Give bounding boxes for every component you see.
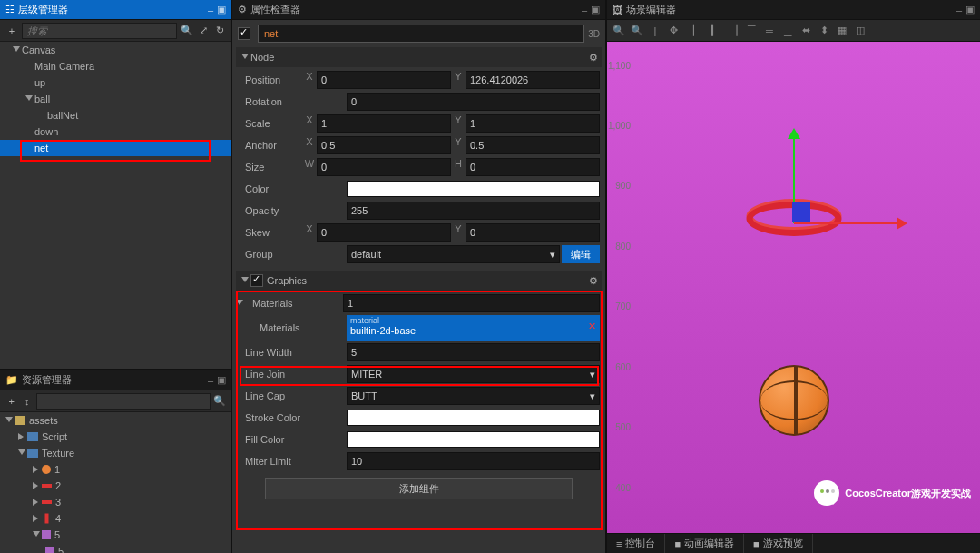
add-component-button[interactable]: 添加组件 [265, 478, 573, 499]
assets-search[interactable] [36, 393, 210, 410]
node-name-input[interactable] [258, 25, 584, 43]
scale-y[interactable] [466, 114, 600, 133]
size-h[interactable] [466, 158, 600, 176]
color-swatch[interactable] [347, 181, 600, 197]
remove-icon[interactable]: ✕ [588, 321, 596, 332]
hierarchy-header: ☷ 层级管理器 – ▣ [0, 0, 231, 20]
popout-icon[interactable]: ▣ [591, 4, 600, 15]
minimize-icon[interactable]: – [956, 5, 962, 15]
popout-icon[interactable]: ▣ [217, 374, 226, 386]
gizmo-origin[interactable] [792, 202, 810, 222]
expand-icon[interactable]: ⤢ [195, 23, 211, 39]
move-tool-icon[interactable]: ✥ [665, 23, 681, 39]
zoom-in-icon[interactable]: 🔍 [611, 23, 627, 39]
fill-color-swatch[interactable] [347, 431, 600, 448]
asset-item[interactable]: 4 [0, 510, 231, 527]
asset-folder-texture[interactable]: Texture [0, 445, 231, 461]
materials-count[interactable] [343, 294, 600, 312]
distribute-v-icon[interactable]: ⬍ [816, 23, 832, 39]
line-width-input[interactable] [347, 343, 600, 361]
align-left-icon[interactable]: ▏ [689, 23, 705, 39]
anchor-x[interactable] [317, 136, 451, 154]
gear-icon: ⚙ [238, 4, 247, 15]
graphics-section-header[interactable]: Graphics ⚙ [236, 271, 602, 291]
asset-item[interactable]: 3 [0, 494, 231, 510]
bottom-tabs: ≡控制台 ■动画编辑器 ■游戏预览 [607, 533, 980, 553]
scale-x[interactable] [317, 114, 451, 133]
opacity-input[interactable] [347, 202, 600, 220]
align-right-icon[interactable]: ▕ [725, 23, 741, 39]
asset-item[interactable]: 2 [0, 478, 231, 494]
sort-icon[interactable]: ↕ [19, 393, 34, 410]
line-cap-select[interactable]: BUTT▾ [347, 387, 600, 405]
tree-node-down[interactable]: down [0, 123, 231, 140]
inspector-header: ⚙ 属性检查器 – ▣ [232, 0, 605, 20]
tab-animation[interactable]: ■动画编辑器 [665, 534, 744, 553]
grid-icon[interactable]: ▦ [834, 23, 850, 39]
preview-icon: ■ [753, 538, 760, 549]
hierarchy-title: 层级管理器 [18, 3, 204, 16]
skew-x[interactable] [317, 223, 451, 242]
miter-limit-input[interactable] [347, 452, 600, 470]
hierarchy-search[interactable] [22, 23, 177, 39]
gizmo-x-axis[interactable] [794, 222, 903, 224]
gear-icon[interactable]: ⚙ [589, 52, 598, 64]
asset-item[interactable]: 5 [0, 527, 231, 543]
ruler-y: 1,100 1,000 900 800 700 600 500 400 [607, 42, 634, 506]
minimize-icon[interactable]: – [208, 5, 213, 15]
chevron-down-icon: ▾ [550, 249, 555, 261]
assets-title: 资源管理器 [22, 373, 204, 387]
popout-icon[interactable]: ▣ [217, 4, 226, 15]
asset-item[interactable]: 5 [0, 543, 231, 553]
zoom-out-icon[interactable]: 🔍 [629, 23, 645, 39]
enable-checkbox[interactable] [238, 27, 250, 40]
align-top-icon[interactable]: ▔ [743, 23, 760, 39]
asset-root[interactable]: assets [0, 412, 231, 429]
tree-node-canvas[interactable]: Canvas [0, 42, 231, 58]
chevron-down-icon: ▾ [590, 369, 595, 380]
position-x[interactable] [317, 71, 451, 89]
material-slot[interactable]: materialbuiltin-2d-base✕ [347, 315, 600, 341]
tree-node-ball[interactable]: ball [0, 91, 231, 107]
rotation-input[interactable] [347, 93, 600, 111]
add-button[interactable]: + [4, 393, 19, 410]
node-section-header[interactable]: Node ⚙ [236, 47, 602, 67]
align-center-icon[interactable]: ▎ [707, 23, 723, 39]
hierarchy-toolbar: + 🔍 ⤢ ↻ [0, 20, 231, 42]
tree-node-ballnet[interactable]: ballNet [0, 107, 231, 123]
edit-group-button[interactable]: 编辑 [562, 245, 600, 263]
position-y[interactable] [466, 71, 600, 89]
minimize-icon[interactable]: – [582, 5, 587, 15]
popout-icon[interactable]: ▣ [965, 4, 975, 15]
anchor-y[interactable] [466, 136, 600, 154]
stroke-color-swatch[interactable] [347, 410, 600, 426]
console-icon: ≡ [616, 538, 622, 549]
tree-node-camera[interactable]: Main Camera [0, 58, 231, 74]
asset-folder-script[interactable]: Script [0, 429, 231, 445]
line-join-select[interactable]: MITER▾ [347, 365, 600, 383]
badge-3d: 3D [588, 29, 600, 39]
refresh-icon[interactable]: ↻ [211, 23, 228, 39]
scene-view[interactable]: 1,100 1,000 900 800 700 600 500 400 Coco… [607, 42, 980, 533]
tree-node-up[interactable]: up [0, 74, 231, 91]
add-button[interactable]: + [4, 23, 20, 39]
distribute-h-icon[interactable]: ⬌ [798, 23, 814, 39]
animation-icon: ■ [674, 538, 681, 549]
skew-y[interactable] [466, 223, 600, 242]
tree-node-net[interactable]: net [0, 140, 231, 156]
gear-icon[interactable]: ⚙ [589, 275, 598, 287]
minimize-icon[interactable]: – [208, 375, 213, 386]
align-bottom-icon[interactable]: ▁ [779, 23, 796, 39]
group-select[interactable]: default▾ [347, 245, 560, 263]
size-w[interactable] [317, 158, 451, 176]
align-middle-icon[interactable]: ═ [761, 23, 778, 39]
basketball-sprite [759, 365, 829, 436]
tab-console[interactable]: ≡控制台 [607, 534, 665, 553]
search-icon[interactable]: 🔍 [179, 23, 195, 39]
graphics-enable-checkbox[interactable] [250, 274, 263, 287]
search-icon[interactable]: 🔍 [212, 393, 228, 410]
snap-icon[interactable]: ◫ [852, 23, 868, 39]
inspector-title: 属性检查器 [250, 3, 578, 16]
asset-item[interactable]: 1 [0, 461, 231, 478]
tab-preview[interactable]: ■游戏预览 [744, 534, 813, 553]
